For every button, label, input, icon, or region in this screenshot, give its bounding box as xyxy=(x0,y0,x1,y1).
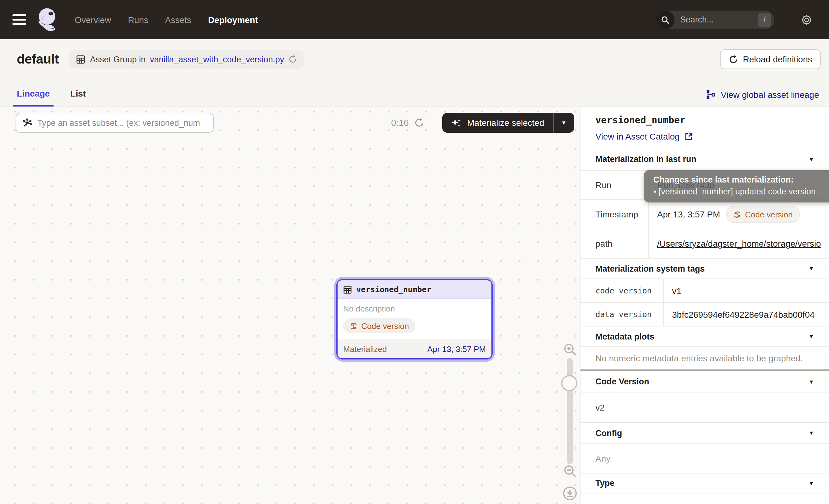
section-header-system-tags[interactable]: Materialization system tags ▼ xyxy=(580,258,829,279)
section-label: Metadata plots xyxy=(596,332,654,341)
storage-path-link[interactable]: /Users/sryza/dagster_home/storage/versio xyxy=(657,239,821,249)
chevron-down-icon: ▼ xyxy=(808,156,814,162)
tag-value: 3bfc269594ef649228e9a74bab00f04 xyxy=(664,303,829,326)
zoom-in-button[interactable] xyxy=(563,343,577,356)
chevron-down-icon: ▼ xyxy=(808,265,814,272)
asset-group-badge: Asset Group in vanilla_asset_with_code_v… xyxy=(69,50,304,69)
row-label: Timestamp xyxy=(580,200,649,229)
chevron-down-icon: ▼ xyxy=(808,333,814,339)
table-row-code-version-tag: code_version v1 xyxy=(580,279,829,302)
code-version-value: v2 xyxy=(580,392,829,422)
view-global-asset-lineage-link[interactable]: View global asset lineage xyxy=(706,90,819,107)
section-label: Materialization in last run xyxy=(596,154,696,164)
op-selector-icon xyxy=(22,117,32,128)
tooltip-item: • [versioned_number] updated code versio… xyxy=(653,187,829,196)
page-header: default Asset Group in vanilla_asset_wit… xyxy=(0,39,829,79)
asset-node-title: versioned_number xyxy=(356,285,431,294)
search-shortcut-key: / xyxy=(758,13,771,27)
materialize-sparkle-icon xyxy=(451,117,462,128)
asset-node-body: No description Code version xyxy=(337,299,492,339)
code-version-sync-icon xyxy=(733,210,741,218)
main-nav: Overview Runs Assets Deployment xyxy=(75,15,258,25)
refresh-timer: 0:16 xyxy=(391,113,424,133)
refresh-location-icon[interactable] xyxy=(288,55,297,64)
section-label: Config xyxy=(596,428,622,438)
chevron-down-icon: ▼ xyxy=(808,430,814,436)
nav-item-assets[interactable]: Assets xyxy=(165,15,191,25)
table-row-timestamp: Timestamp Apr 13, 3:57 PM Code version xyxy=(580,200,829,229)
config-value: Any xyxy=(580,443,829,473)
section-header-code-version[interactable]: Code Version ▼ xyxy=(580,371,829,392)
materialize-selected-button[interactable]: Materialize selected xyxy=(442,113,553,133)
tag-key: code_version xyxy=(580,279,664,302)
asset-details-panel: versioned_number View in Asset Catalog M… xyxy=(580,107,829,504)
tabs-row: Lineage List View global asset lineage xyxy=(0,79,829,107)
gear-icon[interactable] xyxy=(800,13,813,26)
section-label: Type xyxy=(596,478,614,488)
chevron-down-icon: ▼ xyxy=(808,379,814,385)
nav-item-runs[interactable]: Runs xyxy=(128,15,148,25)
view-global-asset-lineage-label: View global asset lineage xyxy=(721,90,819,100)
timestamp-value: Apr 13, 3:57 PM xyxy=(657,209,720,219)
main-content: Type an asset subset... (ex: versioned_n… xyxy=(0,107,829,504)
tab-lineage[interactable]: Lineage xyxy=(17,88,50,107)
table-grid-icon xyxy=(343,285,352,294)
materialize-button-group: Materialize selected ▼ xyxy=(442,113,574,133)
section-header-metadata-plots[interactable]: Metadata plots ▼ xyxy=(580,326,829,347)
row-label: path xyxy=(580,229,649,258)
code-location-link[interactable]: vanilla_asset_with_code_version.py xyxy=(150,55,284,64)
reload-definitions-label: Reload definitions xyxy=(743,54,812,64)
row-label: Run xyxy=(580,171,649,200)
dagster-app: Overview Runs Assets Deployment Search..… xyxy=(0,0,829,504)
dagster-logo-icon[interactable] xyxy=(36,6,61,33)
asset-group-badge-text: Asset Group in xyxy=(90,55,146,64)
hamburger-menu-icon[interactable] xyxy=(12,14,26,25)
zoom-slider-track[interactable] xyxy=(567,358,573,464)
refresh-countdown: 0:16 xyxy=(391,118,408,128)
table-row-path: path /Users/sryza/dagster_home/storage/v… xyxy=(580,229,829,258)
view-in-asset-catalog-link[interactable]: View in Asset Catalog xyxy=(596,132,693,141)
refresh-now-icon[interactable] xyxy=(414,118,424,128)
view-in-asset-catalog-label: View in Asset Catalog xyxy=(596,132,680,141)
code-version-badge-label: Code version xyxy=(361,321,409,330)
asset-subset-placeholder: Type an asset subset... (ex: versioned_n… xyxy=(37,118,200,128)
panel-intro: versioned_number View in Asset Catalog xyxy=(580,107,829,148)
materialize-selected-label: Materialize selected xyxy=(467,118,544,128)
lineage-graph-icon xyxy=(706,90,716,100)
section-header-config[interactable]: Config ▼ xyxy=(580,422,829,443)
external-link-icon xyxy=(685,132,693,141)
nav-item-deployment[interactable]: Deployment xyxy=(208,15,258,25)
materialized-status-label: Materialized xyxy=(343,345,387,354)
section-header-materialization-last-run[interactable]: Materialization in last run ▼ xyxy=(580,148,829,170)
chevron-down-icon: ▼ xyxy=(808,480,814,486)
materialized-time-link[interactable]: Apr 13, 3:57 PM xyxy=(427,345,486,354)
asset-node-versioned-number[interactable]: versioned_number No description Code ver… xyxy=(336,279,493,359)
metadata-plots-empty-message: No numeric metadata entries available to… xyxy=(580,347,829,369)
code-version-badge: Code version xyxy=(726,206,799,223)
search-input[interactable]: Search... / xyxy=(656,10,774,29)
tag-key: data_version xyxy=(580,303,664,326)
nav-item-overview[interactable]: Overview xyxy=(75,15,111,25)
tab-list[interactable]: List xyxy=(70,88,86,107)
zoom-slider-handle[interactable] xyxy=(561,375,577,391)
zoom-out-button[interactable] xyxy=(563,464,577,478)
asset-node-description: No description xyxy=(343,304,486,313)
section-label: Code Version xyxy=(596,377,649,386)
asset-subset-input[interactable]: Type an asset subset... (ex: versioned_n… xyxy=(15,113,214,133)
page-title: default xyxy=(17,52,59,67)
tooltip-title: Changes since last materialization: xyxy=(653,175,829,184)
panel-asset-title: versioned_number xyxy=(596,115,814,126)
section-label: Materialization system tags xyxy=(596,264,705,273)
tag-value: v1 xyxy=(664,279,829,302)
asset-graph-canvas[interactable]: Type an asset subset... (ex: versioned_n… xyxy=(0,107,580,504)
nav-right: Search... / xyxy=(656,10,813,29)
section-header-type[interactable]: Type ▼ xyxy=(580,473,829,494)
table-row-data-version-tag: data_version 3bfc269594ef649228e9a74bab0… xyxy=(580,302,829,326)
download-image-button[interactable] xyxy=(563,486,577,501)
code-version-badge-label: Code version xyxy=(745,210,793,219)
reload-definitions-button[interactable]: Reload definitions xyxy=(720,49,821,69)
asset-node-footer: Materialized Apr 13, 3:57 PM xyxy=(337,339,492,358)
asset-group-icon xyxy=(76,55,86,64)
materialize-dropdown-toggle[interactable]: ▼ xyxy=(553,113,574,133)
changes-tooltip: Changes since last materialization: • [v… xyxy=(644,170,829,203)
